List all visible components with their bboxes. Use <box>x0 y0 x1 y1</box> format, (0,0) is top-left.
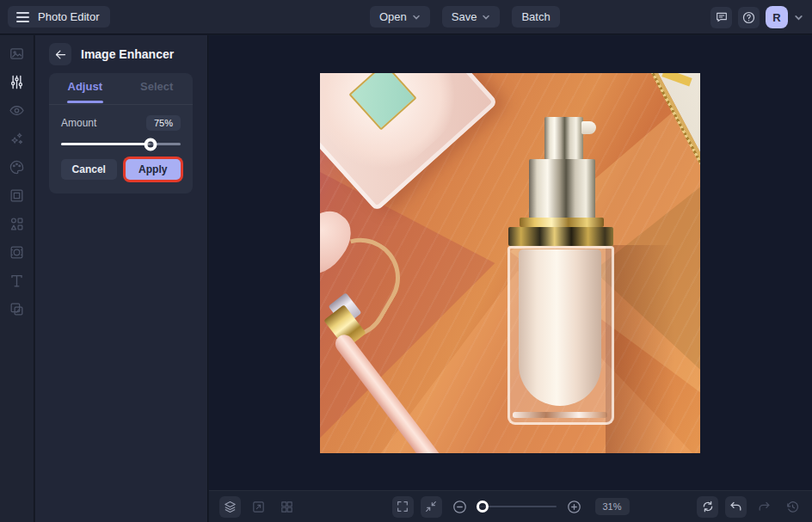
sidebar-tool-paint[interactable] <box>5 158 29 176</box>
zoom-out-button[interactable] <box>448 496 470 518</box>
text-icon <box>9 273 25 289</box>
feedback-chat-icon <box>715 10 729 24</box>
adjustments-icon <box>9 74 25 90</box>
zoom-controls: 31% <box>391 496 629 518</box>
zoom-slider-thumb[interactable] <box>477 501 489 513</box>
panel-title: Image Enhancer <box>81 47 174 61</box>
amount-slider-fill <box>61 143 151 145</box>
layers-button[interactable] <box>219 496 241 518</box>
redo-button[interactable] <box>754 496 775 518</box>
grid-icon <box>280 500 294 514</box>
open-button-label: Open <box>379 10 407 23</box>
view-options <box>219 496 298 518</box>
sidebar-tool-effects[interactable] <box>5 130 29 148</box>
account-area: R <box>710 6 803 28</box>
fullscreen-button[interactable] <box>391 496 413 518</box>
save-button[interactable]: Save <box>442 6 501 28</box>
pump-nozzle <box>581 121 596 134</box>
layers-icon <box>223 500 237 514</box>
back-button[interactable] <box>49 43 71 65</box>
glass-foot <box>513 412 607 418</box>
compare-button[interactable] <box>248 496 269 518</box>
enhancer-card: Adjust Select Amount 75% Cancel Apply <box>49 73 193 193</box>
cutout-icon <box>9 301 25 317</box>
account-chevron-icon[interactable] <box>794 13 803 22</box>
help-icon <box>741 10 756 25</box>
zoom-in-button[interactable] <box>563 496 584 518</box>
sidebar-tool-image[interactable] <box>5 45 29 63</box>
amount-slider[interactable] <box>61 143 181 145</box>
tool-sidebar <box>0 35 34 522</box>
border-frame-icon <box>9 244 25 261</box>
gold-flange <box>520 218 604 227</box>
apply-button[interactable]: Apply <box>126 159 181 180</box>
bottom-toolbar: 31% <box>209 490 812 522</box>
zoom-in-icon <box>565 499 581 515</box>
inner-capsule <box>519 249 601 406</box>
sidebar-tool-adjust[interactable] <box>5 73 29 91</box>
arrow-left-icon <box>54 48 67 61</box>
amount-slider-wrap <box>49 131 193 145</box>
chevron-down-icon <box>412 13 421 21</box>
file-actions: Open Save Batch <box>370 6 560 28</box>
fit-screen-icon <box>424 500 438 513</box>
feedback-button[interactable] <box>710 7 732 28</box>
history-controls <box>697 496 803 518</box>
pump-bottle <box>508 114 614 424</box>
canvas-image[interactable] <box>320 73 700 453</box>
undo-button[interactable] <box>725 496 747 518</box>
cream-jar-lid <box>348 73 416 131</box>
sparkles-icon <box>9 131 25 147</box>
photo-editor-app: Photo Editor Open Save Batch R <box>0 0 812 522</box>
bottle-shadow <box>606 245 674 453</box>
pump-collar <box>529 159 595 219</box>
chevron-down-icon <box>482 13 490 21</box>
open-button[interactable]: Open <box>370 6 430 28</box>
zoom-value-field[interactable]: 31% <box>594 498 629 515</box>
tab-adjust[interactable]: Adjust <box>49 73 121 99</box>
sidebar-tool-retouch[interactable] <box>5 101 29 120</box>
glass-body <box>508 246 614 425</box>
reset-button[interactable] <box>697 496 718 518</box>
tab-bar: Adjust Select <box>49 73 193 99</box>
zoom-slider[interactable] <box>477 506 556 507</box>
panel-actions: Cancel Apply <box>49 145 193 180</box>
reset-icon <box>701 500 715 513</box>
batch-button[interactable]: Batch <box>512 6 559 28</box>
top-bar: Photo Editor Open Save Batch R <box>0 0 812 34</box>
avatar[interactable]: R <box>766 6 788 28</box>
compare-icon <box>251 500 266 514</box>
history-icon <box>785 500 800 514</box>
sidebar-tool-frame[interactable] <box>5 187 29 205</box>
image-icon <box>9 46 25 62</box>
gold-band <box>508 227 613 246</box>
image-enhancer-panel: Image Enhancer Adjust Select Amount 75% … <box>35 35 208 522</box>
fullscreen-icon <box>396 500 409 513</box>
hamburger-icon <box>16 12 29 22</box>
redo-icon <box>757 500 772 514</box>
save-button-label: Save <box>452 10 477 23</box>
help-button[interactable] <box>738 7 760 28</box>
sidebar-tool-text[interactable] <box>5 272 29 290</box>
fit-screen-button[interactable] <box>420 496 441 518</box>
amount-slider-thumb[interactable] <box>145 138 157 150</box>
sidebar-tool-cutout[interactable] <box>5 300 29 318</box>
sidebar-tool-elements[interactable] <box>5 215 29 233</box>
cancel-button[interactable]: Cancel <box>61 159 117 180</box>
amount-value-field[interactable]: 75% <box>146 115 181 131</box>
batch-button-label: Batch <box>521 10 550 23</box>
shapes-icon <box>9 216 25 232</box>
main-menu-button[interactable]: Photo Editor <box>8 6 110 28</box>
history-button[interactable] <box>782 496 803 518</box>
sidebar-tool-border[interactable] <box>5 243 29 261</box>
tab-select[interactable]: Select <box>121 73 194 99</box>
grid-button[interactable] <box>276 496 298 518</box>
eye-icon <box>9 102 25 119</box>
undo-icon <box>729 500 743 514</box>
zoom-out-icon <box>451 499 467 515</box>
frame-icon <box>9 187 25 204</box>
palette-icon <box>9 159 25 175</box>
amount-row: Amount 75% <box>49 105 193 131</box>
pump-stem <box>544 117 583 160</box>
app-title: Photo Editor <box>38 10 100 23</box>
